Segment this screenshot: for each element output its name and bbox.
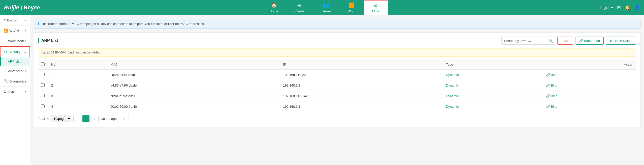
bind-link[interactable]: 🔗 Bind bbox=[546, 94, 633, 98]
sidebar-subitem-arp-list[interactable]: ARP List bbox=[0, 57, 30, 66]
diagnostics-icon: 🔍 bbox=[4, 79, 8, 83]
row-checkbox-cell bbox=[38, 101, 48, 112]
bind-link[interactable]: 🔗 Bind bbox=[546, 73, 633, 77]
sidebar-workmode-label: Work Mode bbox=[8, 39, 25, 43]
prev-page-button[interactable]: ‹ bbox=[73, 115, 80, 122]
sidebar-section-advanced: ⊕ Advanced ▾ bbox=[0, 66, 30, 76]
batch-bind-button[interactable]: 🔗 Batch Bind bbox=[575, 37, 604, 45]
workmode-icon: ⊡ bbox=[4, 39, 7, 43]
wlan-icon: 📶 bbox=[4, 29, 8, 33]
nav-more[interactable]: ⚙ More bbox=[363, 0, 388, 15]
nav-right: English ▾ ⊞ 🔔 👤 bbox=[599, 5, 640, 10]
arp-list-card: ARP List 🔍 + Add 🔗 Batch Bind 🗑 Batch De… bbox=[34, 32, 640, 127]
grid-icon[interactable]: ⊞ bbox=[617, 5, 621, 10]
table-row: 4 00:e2:59:00:9e:40 192.168.1.1 Dynamic … bbox=[38, 101, 636, 112]
system-icon: ⚙ bbox=[4, 90, 7, 94]
language-arrow: ▾ bbox=[611, 6, 613, 10]
wifi-icon: 📶 bbox=[348, 2, 355, 8]
bind-link[interactable]: 🔗 Bind bbox=[546, 84, 633, 87]
type-badge: Dynamic bbox=[446, 105, 459, 108]
language-label: English bbox=[599, 6, 610, 10]
sidebar-item-system[interactable]: ⚙ System ▾ bbox=[0, 87, 30, 97]
sidebar-item-workmode[interactable]: ⊡ Work Mode ▾ bbox=[0, 36, 30, 46]
nav-home-label: Home bbox=[269, 9, 278, 13]
search-icon[interactable]: 🔍 bbox=[547, 39, 555, 43]
sidebar-item-security[interactable]: ⊙ Security ▴ bbox=[0, 46, 30, 57]
logo-separator: | bbox=[21, 5, 22, 11]
arp-list-label: ARP List bbox=[8, 60, 20, 63]
card-actions: 🔍 + Add 🔗 Batch Bind 🗑 Batch Delete bbox=[501, 37, 636, 45]
home-icon: 🏠 bbox=[271, 2, 277, 8]
sidebar-section-workmode: ⊡ Work Mode ▾ bbox=[0, 36, 30, 46]
row-checkbox[interactable] bbox=[41, 83, 45, 87]
col-action: Action bbox=[543, 60, 636, 70]
internet-icon: 🌐 bbox=[323, 2, 329, 8]
user-icon[interactable]: 👤 bbox=[634, 5, 640, 10]
nav-internet-label: Internet bbox=[321, 9, 332, 13]
bell-icon[interactable]: 🔔 bbox=[625, 5, 630, 10]
row-mac: 2a:26:9c:f0:4e:fb bbox=[107, 70, 280, 80]
logo-ruijie: Ruijie bbox=[4, 4, 19, 11]
search-box: 🔍 bbox=[501, 37, 555, 45]
type-badge: Dynamic bbox=[446, 73, 459, 77]
nav-internet[interactable]: 🌐 Internet bbox=[313, 0, 340, 15]
next-page-button[interactable]: › bbox=[91, 115, 99, 122]
row-ip: 192.168.1.1 bbox=[280, 101, 443, 112]
sidebar-section-system: ⚙ System ▾ bbox=[0, 87, 30, 97]
sidebar-item-wlan[interactable]: 📶 WLAN ▾ bbox=[0, 25, 30, 36]
row-checkbox[interactable] bbox=[41, 73, 45, 76]
search-input[interactable] bbox=[502, 37, 547, 44]
sidebar-section-wlan: 📶 WLAN ▾ bbox=[0, 25, 30, 36]
sidebar-item-basics[interactable]: ≡ Basics ▾ bbox=[0, 15, 30, 25]
arp-list-title: ARP List bbox=[38, 38, 58, 43]
row-type: Dynamic bbox=[443, 70, 543, 80]
row-checkbox[interactable] bbox=[41, 94, 45, 97]
add-button[interactable]: + Add bbox=[557, 37, 573, 45]
goto-input[interactable] bbox=[119, 115, 129, 122]
table-row: 2 a4:83:e7:96:cb:de 192.168.1.3 Dynamic … bbox=[38, 80, 636, 91]
card-header: ARP List 🔍 + Add 🔗 Batch Bind 🗑 Batch De… bbox=[38, 37, 636, 45]
advanced-icon: ⊕ bbox=[4, 69, 7, 73]
nav-home[interactable]: 🏠 Home bbox=[261, 0, 286, 15]
table-row: 1 2a:26:9c:f0:4e:fb 192.168.110.22 Dynam… bbox=[38, 70, 636, 80]
row-no: 4 bbox=[48, 101, 107, 112]
binding-warning: Up to 64 IP-MAC bindings can be added. bbox=[38, 48, 636, 57]
per-page-select[interactable]: 10/page bbox=[51, 115, 71, 122]
security-chevron: ▴ bbox=[24, 50, 26, 53]
row-type: Dynamic bbox=[443, 101, 543, 112]
col-type: Type bbox=[443, 60, 543, 70]
arp-table: No. MAC IP Type Action 1 2a:26:9c:f0:4e:… bbox=[38, 60, 636, 112]
pagination: Total 4 10/page ‹ 1 › Go to page bbox=[38, 112, 636, 123]
system-chevron: ▾ bbox=[25, 90, 26, 93]
more-icon: ⚙ bbox=[374, 2, 378, 8]
page-1-button[interactable]: 1 bbox=[82, 115, 89, 122]
wlan-chevron: ▾ bbox=[25, 29, 26, 32]
row-type: Dynamic bbox=[443, 91, 543, 101]
col-checkbox bbox=[38, 60, 48, 70]
nav-more-label: More bbox=[372, 9, 380, 13]
nav-wifi[interactable]: 📶 Wi-Fi bbox=[340, 0, 363, 15]
row-mac: d8:bb:c1:6c:e3:06 bbox=[107, 91, 280, 101]
row-checkbox-cell bbox=[38, 70, 48, 80]
batch-delete-button[interactable]: 🗑 Batch Delete bbox=[606, 37, 636, 45]
row-action: 🔗 Bind bbox=[543, 70, 636, 80]
sidebar-item-diagnostics[interactable]: 🔍 Diagnostics ▾ bbox=[0, 76, 30, 86]
nav-clients-label: Clients bbox=[294, 9, 304, 13]
total-count: 4 bbox=[47, 117, 49, 121]
app-layout: ≡ Basics ▾ 📶 WLAN ▾ ⊡ Work Mode bbox=[0, 15, 644, 165]
language-selector[interactable]: English ▾ bbox=[599, 6, 613, 10]
row-checkbox[interactable] bbox=[41, 104, 45, 108]
row-mac: 00:e2:59:00:9e:40 bbox=[107, 101, 280, 112]
basics-chevron: ▾ bbox=[25, 19, 26, 22]
col-no: No. bbox=[48, 60, 107, 70]
top-nav: Ruijie | Reyee 🏠 Home ⊞ Clients 🌐 Intern… bbox=[0, 0, 644, 15]
sidebar-section-diagnostics: 🔍 Diagnostics ▾ bbox=[0, 76, 30, 87]
select-all-checkbox[interactable] bbox=[41, 62, 45, 66]
sidebar-system-label: System bbox=[8, 90, 19, 94]
bind-link[interactable]: 🔗 Bind bbox=[546, 105, 633, 108]
row-no: 1 bbox=[48, 70, 107, 80]
sidebar-section-basics: ≡ Basics ▾ bbox=[0, 15, 30, 25]
nav-clients[interactable]: ⊞ Clients bbox=[286, 0, 313, 15]
col-mac: MAC bbox=[107, 60, 280, 70]
sidebar-item-advanced[interactable]: ⊕ Advanced ▾ bbox=[0, 66, 30, 76]
